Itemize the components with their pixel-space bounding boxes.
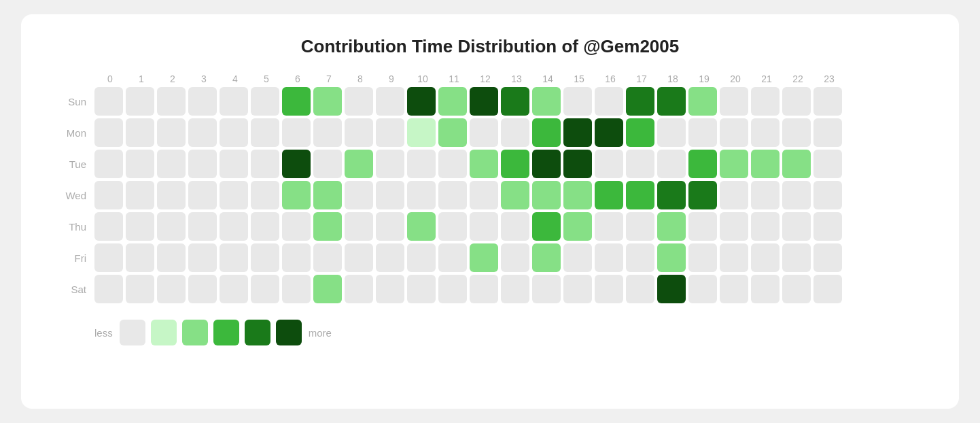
heatmap-cell: [407, 243, 436, 272]
heatmap-cell: [157, 118, 186, 147]
hour-label: 23: [813, 73, 845, 84]
heatmap-cell: [126, 212, 154, 241]
heatmap-cell: [782, 118, 811, 147]
heatmap-cell: [532, 118, 561, 147]
grid-row: Wed: [48, 181, 932, 209]
heatmap-cell: [282, 212, 311, 241]
heatmap-cell: [657, 87, 686, 116]
legend-cells: [120, 320, 302, 345]
legend: less more: [94, 320, 932, 345]
heatmap-cell: [438, 181, 467, 209]
hour-label: 14: [532, 73, 563, 84]
heatmap-cell: [813, 118, 842, 147]
heatmap-cell: [595, 243, 623, 272]
heatmap-cell: [188, 243, 217, 272]
heatmap-cell: [407, 87, 436, 116]
heatmap-cell: [626, 212, 654, 241]
heatmap-cell: [563, 118, 592, 147]
heatmap-cell: [157, 150, 186, 178]
heatmap-cell: [313, 181, 342, 209]
heatmap-cell: [626, 243, 654, 272]
hour-label: 9: [376, 73, 407, 84]
heatmap-cell: [282, 181, 311, 209]
legend-cell: [151, 320, 177, 345]
heatmap-cell: [438, 150, 467, 178]
heatmap-cell: [720, 181, 748, 209]
heatmap-cell: [376, 87, 404, 116]
cells-row: [94, 181, 842, 209]
heatmap-cell: [470, 150, 498, 178]
heatmap-cell: [126, 243, 154, 272]
heatmap-cell: [157, 275, 186, 303]
grid-row: Mon: [48, 118, 932, 147]
hour-label: 8: [345, 73, 376, 84]
heatmap-cell: [220, 87, 248, 116]
heatmap-cell: [501, 87, 529, 116]
heatmap-cell: [345, 118, 373, 147]
hour-label: 11: [438, 73, 470, 84]
heatmap-cell: [688, 212, 717, 241]
chart-area: 01234567891011121314151617181920212223 S…: [48, 73, 932, 345]
heatmap-cell: [157, 212, 186, 241]
hour-label: 16: [595, 73, 626, 84]
heatmap-cell: [720, 243, 748, 272]
heatmap-cell: [688, 181, 717, 209]
heatmap-cell: [345, 275, 373, 303]
cells-row: [94, 212, 842, 241]
legend-more-label: more: [309, 327, 332, 339]
heatmap-cell: [407, 275, 436, 303]
heatmap-cell: [626, 181, 654, 209]
hour-label: 22: [782, 73, 813, 84]
day-label: Thu: [48, 221, 94, 233]
heatmap-cell: [126, 118, 154, 147]
grid-row: Fri: [48, 243, 932, 272]
heatmap-cell: [751, 181, 780, 209]
heatmap-cell: [126, 181, 154, 209]
heatmap-cell: [720, 87, 748, 116]
legend-less-label: less: [94, 327, 113, 339]
heatmap-cell: [595, 150, 623, 178]
heatmap-cell: [657, 118, 686, 147]
hour-label: 18: [657, 73, 688, 84]
day-label: Mon: [48, 127, 94, 139]
heatmap-cell: [563, 87, 592, 116]
heatmap-cell: [94, 275, 123, 303]
heatmap-cell: [626, 275, 654, 303]
heatmap-cell: [688, 118, 717, 147]
heatmap-cell: [813, 87, 842, 116]
heatmap-cell: [345, 243, 373, 272]
heatmap-cell: [470, 87, 498, 116]
heatmap-cell: [532, 243, 561, 272]
heatmap-cell: [563, 150, 592, 178]
heatmap-cell: [220, 243, 248, 272]
heatmap-cell: [251, 181, 279, 209]
heatmap-cell: [688, 150, 717, 178]
hour-label: 12: [470, 73, 501, 84]
hour-label: 1: [126, 73, 157, 84]
heatmap-cell: [751, 150, 780, 178]
heatmap-cell: [813, 212, 842, 241]
heatmap-cell: [720, 150, 748, 178]
day-label: Wed: [48, 190, 94, 201]
heatmap-cell: [782, 243, 811, 272]
heatmap-cell: [563, 212, 592, 241]
heatmap-cell: [438, 275, 467, 303]
heatmap-cell: [376, 212, 404, 241]
heatmap-cell: [188, 118, 217, 147]
heatmap-cell: [782, 181, 811, 209]
heatmap-cell: [501, 275, 529, 303]
heatmap-cell: [251, 243, 279, 272]
heatmap-cell: [94, 243, 123, 272]
day-label: Tue: [48, 158, 94, 170]
heatmap-cell: [595, 118, 623, 147]
heatmap-cell: [313, 275, 342, 303]
heatmap-cell: [345, 181, 373, 209]
heatmap-cell: [501, 243, 529, 272]
heatmap-cell: [470, 243, 498, 272]
heatmap-cell: [532, 87, 561, 116]
heatmap-cell: [94, 87, 123, 116]
heatmap-cell: [501, 118, 529, 147]
heatmap-cell: [595, 181, 623, 209]
heatmap-cell: [688, 275, 717, 303]
heatmap-cell: [126, 275, 154, 303]
